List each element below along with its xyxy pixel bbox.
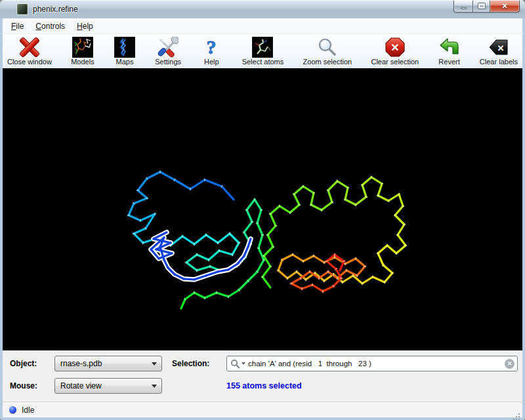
toolbar-label: Select atoms [242, 58, 284, 66]
selection-input[interactable] [248, 360, 505, 368]
zoom-magnifier-icon [316, 36, 339, 58]
toolbar-button-select-atoms[interactable]: Select atoms [240, 35, 286, 66]
toolbar-label: Zoom selection [303, 58, 352, 66]
select-atoms-thumbnail-icon [251, 36, 274, 58]
window-frame-bottom [0, 417, 525, 420]
minimize-button[interactable] [453, 0, 472, 12]
search-menu-button[interactable] [230, 359, 245, 369]
app-icon [17, 4, 28, 14]
menu-controls[interactable]: Controls [30, 18, 71, 33]
close-icon: ✕ [501, 3, 507, 10]
toolbar-label: Clear selection [371, 58, 419, 66]
search-icon [230, 359, 240, 369]
status-text: Idle [22, 406, 34, 415]
settings-tools-icon [157, 36, 179, 58]
toolbar-button-maps[interactable]: Maps [112, 35, 138, 66]
toolbar-label: Revert [438, 58, 459, 66]
menu-bar: File Controls Help [0, 18, 525, 34]
app-window: phenix.refine ✕ File Controls Help [0, 0, 525, 420]
status-indicator-icon [9, 406, 16, 413]
toolbar-label: Close window [7, 58, 52, 66]
toolbar-button-models[interactable]: Models [69, 35, 96, 66]
mouse-label: Mouse: [10, 381, 37, 390]
menu-file[interactable]: File [5, 18, 30, 33]
selection-label: Selection: [172, 359, 209, 368]
toolbar-button-close-window[interactable]: Close window [5, 35, 54, 66]
toolbar-button-revert[interactable]: Revert [436, 35, 463, 66]
mouse-mode-value: Rotate view [60, 381, 102, 390]
maximize-button[interactable] [472, 0, 490, 12]
maximize-icon [478, 3, 485, 9]
toolbar-button-help[interactable]: ? Help [198, 35, 224, 66]
chevron-down-icon [152, 385, 157, 388]
selection-searchbox: ✕ [226, 356, 518, 371]
toolbar-button-zoom-selection[interactable]: Zoom selection [301, 35, 354, 66]
toolbar-label: Help [204, 58, 219, 66]
title-bar[interactable]: phenix.refine ✕ [0, 0, 525, 18]
toolbar-button-clear-labels[interactable]: ✕ Clear labels [478, 35, 520, 66]
object-dropdown-value: rnase-s.pdb [60, 359, 102, 368]
toolbar-button-settings[interactable]: Settings [153, 35, 183, 66]
svg-text:✕: ✕ [390, 42, 399, 53]
close-button[interactable]: ✕ [490, 0, 520, 12]
toolbar-label: Models [71, 58, 94, 66]
molecule-render [3, 68, 522, 350]
toolbar-label: Maps [116, 58, 134, 66]
toolbar-button-clear-selection[interactable]: ✕ Clear selection [369, 35, 421, 66]
chevron-down-icon [242, 362, 245, 365]
clear-labels-backspace-icon: ✕ [488, 36, 510, 58]
close-x-icon [18, 36, 41, 58]
models-thumbnail-icon [72, 36, 94, 58]
window-title: phenix.refine [33, 5, 78, 14]
mouse-mode-dropdown[interactable]: Rotate view [54, 378, 162, 394]
toolbar: Close window Models [0, 34, 525, 68]
status-bar: Idle [0, 402, 525, 417]
clear-search-icon[interactable]: ✕ [505, 359, 514, 369]
chevron-down-icon [152, 362, 157, 366]
window-controls: ✕ [453, 0, 520, 12]
menu-help[interactable]: Help [71, 18, 99, 33]
object-label: Object: [10, 359, 37, 368]
svg-text:✕: ✕ [497, 43, 504, 53]
toolbar-label: Clear labels [480, 58, 518, 66]
svg-text:?: ? [207, 37, 217, 58]
object-dropdown[interactable]: rnase-s.pdb [54, 356, 162, 371]
clear-selection-stop-icon: ✕ [384, 36, 406, 58]
resize-grip[interactable] [518, 413, 520, 415]
minimize-icon [461, 7, 467, 9]
revert-arrow-icon [438, 36, 461, 58]
toolbar-label: Settings [155, 58, 181, 66]
molecule-viewport[interactable] [0, 68, 525, 350]
atoms-selected-status: 155 atoms selected [226, 381, 302, 390]
maps-thumbnail-icon [114, 36, 136, 58]
help-question-icon: ? [200, 36, 222, 58]
control-panel: Object: rnase-s.pdb Selection: ✕ Mouse: … [0, 350, 525, 402]
